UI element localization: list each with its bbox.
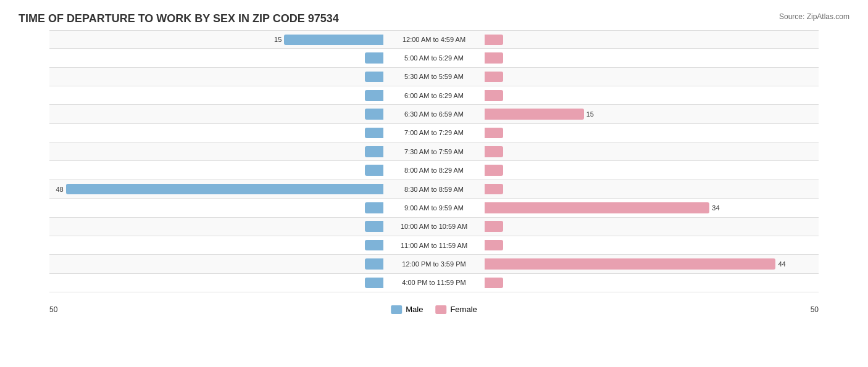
- chart-row: 12:00 AM to 4:59 AM150: [49, 30, 819, 49]
- male-bar-stub: [365, 72, 383, 83]
- chart-row: 6:00 AM to 6:29 AM00: [49, 86, 819, 105]
- chart-title: TIME OF DEPARTURE TO WORK BY SEX IN ZIP …: [19, 12, 849, 25]
- row-label: 11:00 AM to 11:59 AM: [383, 242, 485, 249]
- female-bar-stub: [485, 72, 503, 83]
- chart-row: 8:00 AM to 8:29 AM00: [49, 162, 819, 180]
- row-label: 4:00 PM to 11:59 PM: [383, 279, 485, 286]
- male-bar-stub: [365, 165, 383, 176]
- male-bar-stub: [365, 128, 383, 139]
- male-bar-stub: [365, 258, 383, 270]
- rows-host: 12:00 AM to 4:59 AM1505:00 AM to 5:29 AM…: [49, 30, 819, 292]
- row-label: 7:00 AM to 7:29 AM: [383, 129, 485, 136]
- male-bar: [284, 35, 383, 45]
- legend: Male Female: [391, 305, 477, 314]
- female-bar-stub: [485, 90, 503, 101]
- axis-label-left: 50: [49, 305, 57, 314]
- female-bar-stub: [485, 165, 503, 176]
- female-bar: [485, 109, 584, 120]
- female-bar-stub: [485, 128, 503, 139]
- chart-row: 5:00 AM to 5:29 AM00: [49, 49, 819, 67]
- female-bar-stub: [485, 240, 503, 251]
- male-bar-stub: [365, 90, 383, 101]
- female-value: 34: [712, 204, 719, 212]
- male-value: 15: [274, 36, 282, 43]
- male-bar-stub: [365, 202, 383, 213]
- row-label: 8:30 AM to 8:59 AM: [383, 186, 485, 193]
- female-bar-stub: [485, 146, 503, 157]
- chart-container: TIME OF DEPARTURE TO WORK BY SEX IN ZIP …: [0, 0, 868, 367]
- row-label: 6:00 AM to 6:29 AM: [383, 92, 485, 99]
- male-swatch: [391, 305, 402, 314]
- female-bar-stub: [485, 278, 503, 289]
- male-bar-stub: [365, 278, 383, 289]
- female-bar-stub: [485, 35, 503, 45]
- chart-row: 12:00 PM to 3:59 PM044: [49, 255, 819, 273]
- female-bar-stub: [485, 52, 503, 64]
- male-bar-stub: [365, 109, 383, 120]
- female-bar: [485, 258, 775, 270]
- female-value: 44: [778, 260, 785, 268]
- male-bar: [66, 184, 383, 195]
- source-text: Source: ZipAtlas.com: [779, 12, 849, 21]
- chart-row: 11:00 AM to 11:59 AM00: [49, 236, 819, 255]
- chart-row: 6:30 AM to 6:59 AM015: [49, 105, 819, 123]
- female-bar-stub: [485, 184, 503, 195]
- chart-row: 4:00 PM to 11:59 PM00: [49, 274, 819, 292]
- female-label: Female: [450, 305, 477, 314]
- legend-female: Female: [435, 305, 477, 314]
- chart-row: 7:30 AM to 7:59 AM00: [49, 142, 819, 161]
- male-value: 48: [56, 186, 63, 193]
- row-label: 10:00 AM to 10:59 AM: [383, 223, 485, 230]
- chart-row: 9:00 AM to 9:59 AM034: [49, 199, 819, 217]
- chart-row: 8:30 AM to 8:59 AM480: [49, 180, 819, 199]
- row-label: 5:00 AM to 5:29 AM: [383, 54, 485, 62]
- female-value: 15: [586, 110, 594, 118]
- row-label: 6:30 AM to 6:59 AM: [383, 110, 485, 118]
- row-label: 9:00 AM to 9:59 AM: [383, 204, 485, 212]
- row-label: 12:00 PM to 3:59 PM: [383, 260, 485, 268]
- female-swatch: [435, 305, 446, 314]
- legend-male: Male: [391, 305, 423, 314]
- axis-label-right: 50: [811, 305, 819, 314]
- chart-row: 7:00 AM to 7:29 AM00: [49, 124, 819, 142]
- male-bar-stub: [365, 52, 383, 64]
- row-label: 12:00 AM to 4:59 AM: [383, 36, 485, 43]
- row-label: 8:00 AM to 8:29 AM: [383, 167, 485, 174]
- male-bar-stub: [365, 221, 383, 232]
- row-label: 5:30 AM to 5:59 AM: [383, 73, 485, 80]
- male-label: Male: [406, 305, 423, 314]
- female-bar: [485, 202, 709, 213]
- row-label: 7:30 AM to 7:59 AM: [383, 148, 485, 155]
- chart-row: 5:30 AM to 5:59 AM00: [49, 68, 819, 86]
- male-bar-stub: [365, 240, 383, 251]
- female-bar-stub: [485, 221, 503, 232]
- chart-row: 10:00 AM to 10:59 AM00: [49, 218, 819, 236]
- chart-area: 12:00 AM to 4:59 AM1505:00 AM to 5:29 AM…: [19, 30, 849, 317]
- male-bar-stub: [365, 146, 383, 157]
